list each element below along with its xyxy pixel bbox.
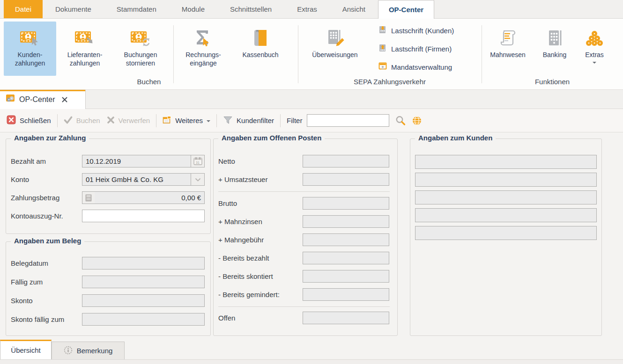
menu-tab-schnittstellen[interactable]: Schnittstellen (217, 0, 284, 18)
ribbon-item-lastschrift-kunden[interactable]: Lastschrift (Kunden) (377, 23, 476, 37)
menu-tab-op-center[interactable]: OP-Center (378, 0, 434, 19)
skonto-field (82, 294, 205, 307)
ribbon-item-mandatsverwaltung[interactable]: Mandatsverwaltung (377, 60, 476, 74)
info-icon (64, 346, 73, 356)
calculator-icon[interactable] (82, 191, 95, 204)
filter-label: Filter (287, 116, 302, 124)
bezahlt-am-field[interactable]: 10.12.2019 31 (82, 155, 205, 167)
fieldset-zahlung: Angaben zur Zahlung Bezahlt am 10.12.201… (6, 138, 211, 234)
brutto-field (303, 197, 389, 210)
bereits-skontiert-label: - Bereits skontiert (218, 272, 303, 280)
discard-button-label: Verwerfen (119, 116, 150, 124)
ribbon-button-ueberweisungen[interactable]: Überweisungen (299, 22, 371, 76)
keypad-arrow-down-icon (378, 25, 387, 36)
menu-tab-module[interactable]: Module (169, 0, 217, 18)
ribbon-button-label: zahlungen (15, 59, 45, 67)
keypad-pencil-icon (325, 25, 345, 51)
customer-filter-button[interactable]: Kundenfilter (223, 116, 274, 126)
ribbon-button-lieferantenzahlungen[interactable]: Lieferanten- zahlungen (56, 22, 113, 76)
menu-tab-datei[interactable]: Datei (4, 0, 43, 18)
ribbon-item-lastschrift-firmen[interactable]: Lastschrift (Firmen) (377, 42, 476, 56)
close-icon[interactable] (62, 97, 67, 102)
fieldset-legend: Angaben zur Zahlung (11, 134, 89, 142)
konto-label: Konto (11, 175, 82, 183)
kunde-field-2 (415, 173, 597, 187)
menu-tab-ansicht[interactable]: Ansicht (330, 0, 378, 18)
globe-icon[interactable] (412, 116, 422, 126)
ribbon-button-mahnwesen[interactable]: Mahnwesen (483, 22, 532, 76)
check-icon (64, 116, 73, 125)
sepa-item-label: Lastschrift (Firmen) (391, 45, 452, 53)
ribbon-button-label: Banking (543, 51, 567, 59)
document-tab-op-center[interactable]: OP-Center (0, 90, 86, 109)
menu-bar: Datei Dokumente Stammdaten Module Schnit… (0, 0, 623, 19)
scroll-icon (498, 25, 518, 51)
search-icon[interactable] (395, 115, 406, 126)
tab-uebersicht[interactable]: Übersicht (0, 340, 52, 359)
mahnzinsen-field (303, 215, 389, 228)
belegdatum-field (82, 257, 205, 269)
brutto-label: Brutto (218, 199, 303, 207)
ribbon-button-extras[interactable]: Extras (577, 22, 612, 76)
red-x-icon (7, 115, 16, 126)
mahngebuehr-field (303, 233, 389, 246)
ribbon-button-buchungen-stornieren[interactable]: Buchungen stornieren (113, 22, 168, 76)
konto-value[interactable]: 01 Heix GmbH & Co. KG (82, 173, 191, 186)
book-button-label: Buchen (76, 116, 100, 124)
fieldset-offener-posten: Angaben zum Offenen Posten Netto + Umsat… (213, 138, 398, 336)
filter-input[interactable] (307, 114, 389, 127)
fieldset-beleg: Angaben zum Beleg Belegdatum Fällig zum … (6, 241, 211, 336)
document-tab-label: OP-Center (19, 95, 55, 104)
ribbon-button-label: stornieren (126, 59, 155, 67)
mahngebuehr-label: + Mahngebühr (218, 236, 303, 244)
x-icon (107, 116, 115, 125)
skonto-faellig-field (82, 313, 205, 326)
tab-bemerkung[interactable]: Bemerkung (52, 342, 125, 359)
calendar-icon[interactable]: 31 (191, 155, 205, 167)
bezahlt-am-value[interactable]: 10.12.2019 (82, 155, 191, 167)
menu-tab-stammdaten[interactable]: Stammdaten (104, 0, 169, 18)
coins-icon (6, 94, 15, 105)
netto-field (303, 155, 389, 167)
kunde-field-4 (415, 208, 597, 222)
tab-bemerkung-label: Bemerkung (77, 347, 113, 355)
zahlungsbetrag-value[interactable]: 0,00 € (95, 191, 205, 204)
toolbar-separator (57, 114, 58, 127)
sepa-item-label: Mandatsverwaltung (391, 63, 452, 71)
menu-tab-dokumente[interactable]: Dokumente (43, 0, 104, 18)
bereits-bezahlt-label: - Bereits bezahlt (218, 254, 303, 262)
kunde-field-5 (415, 226, 597, 240)
faellig-zum-label: Fällig zum (11, 278, 82, 286)
discard-button[interactable]: Verwerfen (107, 116, 150, 125)
tab-uebersicht-label: Übersicht (11, 346, 40, 354)
mahnzinsen-label: + Mahnzinsen (218, 218, 303, 226)
more-button[interactable]: Weiteres (163, 116, 210, 125)
chevron-down-icon[interactable] (191, 173, 205, 186)
bezahlt-am-label: Bezahlt am (11, 157, 82, 165)
ribbon-button-kundenzahlungen[interactable]: Kunden- zahlungen (4, 22, 56, 76)
konto-select[interactable]: 01 Heix GmbH & Co. KG (82, 173, 205, 186)
toolbar-separator (216, 114, 217, 127)
book-button[interactable]: Buchen (64, 116, 100, 125)
skonto-label: Skonto (11, 297, 82, 305)
ribbon-divider (173, 25, 174, 83)
menu-tab-extras[interactable]: Extras (284, 0, 330, 18)
ribbon-button-label: eingänge (190, 59, 217, 67)
zahlungsbetrag-field[interactable]: 0,00 € (82, 191, 205, 204)
ribbon: Kunden- zahlungen Lieferanten- (0, 19, 623, 90)
kontoauszug-input[interactable] (82, 210, 205, 222)
document-tab-bar: OP-Center (0, 90, 623, 109)
dice-stack-icon (585, 25, 604, 51)
fieldset-legend: Angaben zum Offenen Posten (218, 134, 325, 142)
keypad-arrow-up-icon (378, 44, 387, 54)
ribbon-button-banking[interactable]: Banking (532, 22, 577, 76)
fieldset-kunde: Angaben zum Kunden (410, 138, 602, 336)
ribbon-button-label: Kunden- (18, 51, 43, 59)
netto-label: Netto (218, 157, 303, 165)
keypad-icon (545, 25, 564, 51)
ribbon-button-rechnungseingaenge[interactable]: Rechnungs- eingänge (175, 22, 231, 76)
book-icon (251, 25, 270, 51)
close-button[interactable]: Schließen (7, 115, 51, 126)
ribbon-button-kassenbuch[interactable]: Kassenbuch (231, 22, 289, 76)
ribbon-divider (298, 25, 298, 83)
